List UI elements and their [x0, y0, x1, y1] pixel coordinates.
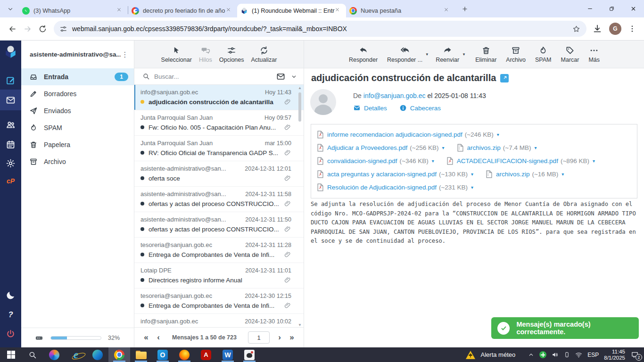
folder-item-inbox[interactable]: Entrada 1	[21, 68, 134, 85]
scroll-down-icon[interactable]: ▼	[297, 323, 303, 327]
site-settings-icon[interactable]	[59, 25, 67, 33]
attachment-name[interactable]: acta preguntas y aclaracion-signed.pdf	[327, 171, 437, 178]
unread-dot[interactable]	[140, 151, 144, 155]
archive-button[interactable]: Archivo	[504, 46, 528, 63]
language-indicator[interactable]: ESP	[587, 352, 599, 358]
tab-google-search[interactable]: decreto pro feeriado fin de año	[128, 4, 237, 17]
attachment-item[interactable]: informe recomendacion adjudicacion-signe…	[317, 131, 499, 139]
message-list-item[interactable]: asistente-administrativo@san... 2024-12-…	[134, 187, 304, 212]
window-minimize-button[interactable]	[579, 0, 601, 17]
dropdown-caret-icon[interactable]: ▾	[426, 52, 429, 57]
chevron-down-icon[interactable]	[291, 74, 297, 80]
message-list-item[interactable]: Lotaip DPE 2024-12-31 11:01 Directrices …	[134, 263, 304, 288]
wifi-icon[interactable]	[575, 351, 582, 358]
downloads-icon[interactable]	[592, 24, 603, 34]
folder-item-archive[interactable]: Archivo	[21, 153, 134, 170]
tab-new-tab[interactable]: Nueva pestaña	[346, 4, 455, 17]
folder-item-drafts[interactable]: Borradores	[21, 85, 134, 102]
refresh-button[interactable]: Actualizar	[249, 46, 279, 63]
mark-button[interactable]: Marcar	[559, 46, 581, 63]
taskbar-word-button[interactable]: W	[217, 347, 239, 362]
weather-alert-label[interactable]: Alerta méteo	[481, 351, 516, 358]
tab-search-button[interactable]	[4, 2, 17, 16]
profile-avatar[interactable]: G	[609, 23, 621, 35]
rail-settings-button[interactable]	[0, 154, 21, 173]
volume-icon[interactable]	[552, 351, 559, 358]
attachment-menu-caret[interactable]: ▾	[432, 158, 434, 164]
more-button[interactable]: Más	[586, 46, 602, 63]
reply-button[interactable]: Responder	[347, 46, 380, 63]
tab-close-button[interactable]	[226, 7, 234, 15]
reply-all-button[interactable]: Responder ... ▾	[385, 46, 424, 63]
attachment-menu-caret[interactable]: ▾	[561, 172, 564, 177]
notification-center-button[interactable]: 2	[630, 351, 639, 359]
attachment-name[interactable]: ACTADECALIFICACION-signed.pdf	[457, 157, 558, 165]
rail-cpanel-button[interactable]: cP	[0, 172, 21, 190]
attachment-name[interactable]: archivos.zip	[467, 144, 501, 151]
taskbar-acrobat-button[interactable]: A	[195, 347, 217, 362]
headers-link[interactable]: Cabeceras	[410, 105, 441, 112]
attachment-menu-caret[interactable]: ▾	[593, 158, 595, 164]
delete-button[interactable]: Eliminar	[473, 46, 498, 63]
attachment-menu-caret[interactable]: ▾	[442, 145, 445, 150]
browser-menu-icon[interactable]	[628, 25, 636, 33]
details-link[interactable]: Detalles	[364, 105, 387, 112]
taskbar-firefox-button[interactable]	[173, 347, 195, 362]
attachment-name[interactable]: Adjudicar a Proveedores.pdf	[327, 144, 407, 151]
last-page-button[interactable]: »	[286, 333, 298, 342]
attachment-menu-caret[interactable]: ▾	[535, 145, 537, 150]
attachment-item[interactable]: archivos.zip (~16 MB) ▾	[486, 170, 564, 178]
url-text[interactable]: webmail.sanjuan.gob.ec/cpsess3398579836/…	[72, 25, 572, 33]
search-input[interactable]	[154, 73, 276, 80]
tab-close-button[interactable]	[335, 7, 343, 15]
attachment-name[interactable]: convalidacion-signed.pdf	[327, 157, 397, 165]
antivirus-tray-icon[interactable]	[539, 351, 546, 358]
message-list-item[interactable]: info@sanjuan.gob.ec 2024-12-30 10:02	[134, 314, 304, 327]
tab-close-button[interactable]	[116, 7, 124, 15]
options-button[interactable]: Opciones	[217, 46, 246, 63]
spam-button[interactable]: SPAM	[533, 46, 553, 63]
folder-item-spam[interactable]: SPAM	[21, 119, 134, 136]
tab-whatsapp[interactable]: (3) WhatsApp	[19, 4, 128, 17]
page-number-input[interactable]	[248, 331, 270, 344]
unread-dot[interactable]	[140, 125, 144, 129]
weather-alert-icon[interactable]	[465, 350, 476, 360]
attachment-item[interactable]: Adjudicar a Proveedores.pdf (~256 KB) ▾	[317, 144, 445, 152]
unread-dot[interactable]	[140, 304, 144, 307]
rail-contacts-button[interactable]	[0, 115, 21, 134]
start-button[interactable]	[0, 347, 22, 362]
attachment-name[interactable]: informe recomendacion adjudicacion-signe…	[327, 131, 462, 138]
unread-dot[interactable]	[140, 253, 144, 256]
window-restore-button[interactable]	[601, 0, 622, 17]
scroll-thumb[interactable]	[298, 92, 301, 122]
first-page-button[interactable]: «	[140, 333, 152, 342]
taskbar-clock[interactable]: 11:45 8/1/2025	[604, 349, 625, 361]
list-scrollbar[interactable]: ▲ ▼	[297, 86, 303, 327]
roundcube-logo[interactable]	[4, 44, 17, 59]
message-list-item[interactable]: asistente-administrativo@san... 2024-12-…	[134, 161, 304, 187]
taskbar-ie-button[interactable]: e	[65, 347, 87, 362]
toast-notification[interactable]: Mensaje(s) marcado(s) correctamente.	[491, 317, 639, 339]
message-list-item[interactable]: Junta Parroquial San Juan mar 15:00 RV: …	[134, 136, 304, 161]
rail-logout-button[interactable]	[0, 324, 21, 343]
tab-roundcube-active[interactable]: (1) Roundcube Webmail :: Entra	[237, 4, 346, 17]
attachment-menu-caret[interactable]: ▾	[471, 172, 473, 177]
tray-expand-icon[interactable]	[528, 352, 534, 358]
taskbar-outlook-button[interactable]: O	[152, 347, 173, 362]
message-list-item[interactable]: info@sanjuan.gob.ec Hoy 11:43 adjudicaci…	[134, 85, 304, 110]
taskbar-chrome-button[interactable]	[108, 347, 130, 362]
attachment-item[interactable]: acta preguntas y aclaracion-signed.pdf (…	[317, 170, 473, 178]
device-icon[interactable]	[564, 352, 570, 358]
taskbar-copilot-button[interactable]	[43, 347, 65, 362]
window-close-button[interactable]	[622, 0, 644, 17]
unread-dot[interactable]	[140, 227, 144, 231]
rail-calendar-button[interactable]	[0, 135, 21, 154]
folder-item-trash[interactable]: Papelera	[21, 136, 134, 153]
unread-dot[interactable]	[140, 100, 144, 104]
rail-help-button[interactable]: ?	[0, 305, 21, 324]
next-page-button[interactable]: ›	[273, 333, 286, 342]
account-menu-icon[interactable]: ⋮	[121, 50, 129, 59]
search-scope-mail-icon[interactable]	[276, 72, 285, 81]
message-list-item[interactable]: asistente-administrativo@san... 2024-12-…	[134, 212, 304, 238]
prev-page-button[interactable]: ‹	[152, 333, 165, 342]
